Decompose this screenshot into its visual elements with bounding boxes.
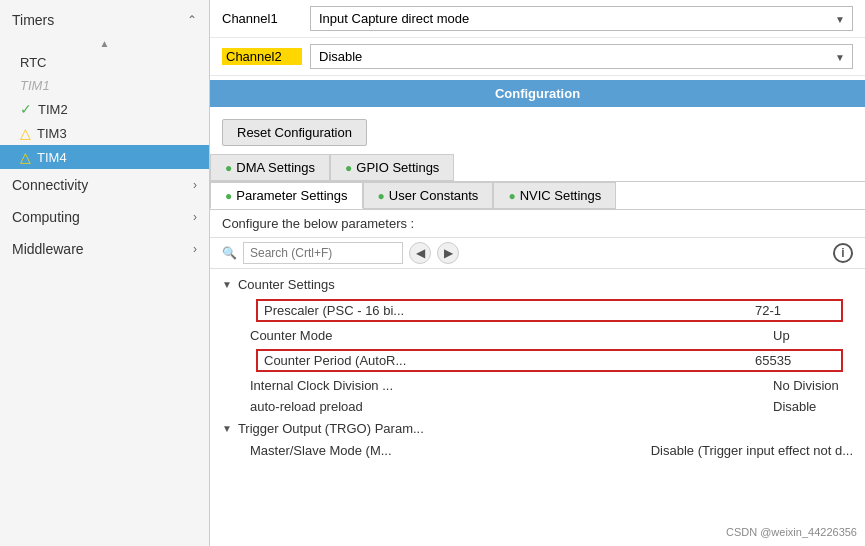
- configure-text: Configure the below parameters :: [210, 210, 865, 238]
- counter-mode-value: Up: [773, 328, 853, 343]
- channel2-label: Channel2: [222, 48, 302, 65]
- tim3-warn-icon: △: [20, 125, 31, 141]
- trigger-output-header[interactable]: ▼ Trigger Output (TRGO) Param...: [210, 417, 865, 440]
- sidebar-section-connectivity[interactable]: Connectivity ›: [0, 169, 209, 201]
- master-slave-value: Disable (Trigger input effect not d...: [651, 443, 853, 458]
- tim4-label: TIM4: [37, 150, 67, 165]
- sidebar-item-tim2[interactable]: ✓ TIM2: [0, 97, 209, 121]
- main-content: Channel1 Input Capture direct mode Chann…: [210, 0, 865, 546]
- search-input[interactable]: [243, 242, 403, 264]
- sidebar-section-middleware[interactable]: Middleware ›: [0, 233, 209, 265]
- counter-period-row: Counter Period (AutoR... 65535: [210, 346, 865, 375]
- tim3-label: TIM3: [37, 126, 67, 141]
- connectivity-chevron-icon: ›: [193, 178, 197, 192]
- info-icon[interactable]: i: [833, 243, 853, 263]
- sidebar-item-tim1[interactable]: TIM1: [0, 74, 209, 97]
- tab-params[interactable]: ● Parameter Settings: [210, 182, 363, 209]
- channel2-row: Channel2 Disable: [210, 38, 865, 76]
- counter-mode-name: Counter Mode: [250, 328, 773, 343]
- auto-reload-value: Disable: [773, 399, 853, 414]
- sidebar-item-rtc[interactable]: RTC: [0, 51, 209, 74]
- auto-reload-name: auto-reload preload: [250, 399, 773, 414]
- middleware-chevron-icon: ›: [193, 242, 197, 256]
- computing-label: Computing: [12, 209, 80, 225]
- dma-tab-icon: ●: [225, 161, 232, 175]
- channel1-select-wrapper: Input Capture direct mode: [310, 6, 853, 31]
- timers-chevron-icon: ⌃: [187, 13, 197, 27]
- sidebar-section-timers[interactable]: Timers ⌃: [0, 4, 209, 36]
- prescaler-highlighted: Prescaler (PSC - 16 bi... 72-1: [256, 299, 843, 322]
- master-slave-name: Master/Slave Mode (M...: [250, 443, 651, 458]
- nav-left-arrow[interactable]: ◀: [409, 242, 431, 264]
- gpio-tab-label: GPIO Settings: [356, 160, 439, 175]
- internal-clock-row: Internal Clock Division ... No Division: [210, 375, 865, 396]
- auto-reload-row: auto-reload preload Disable: [210, 396, 865, 417]
- counter-period-value: 65535: [755, 353, 835, 368]
- rtc-label: RTC: [20, 55, 46, 70]
- nvic-tab-label: NVIC Settings: [520, 188, 602, 203]
- tim4-warn-icon: △: [20, 149, 31, 165]
- reset-config-button[interactable]: Reset Configuration: [222, 119, 367, 146]
- watermark: CSDN @weixin_44226356: [726, 526, 857, 538]
- computing-chevron-icon: ›: [193, 210, 197, 224]
- tab-nvic[interactable]: ● NVIC Settings: [493, 182, 616, 209]
- timers-scroll-up[interactable]: ▲: [0, 36, 209, 51]
- channel1-select[interactable]: Input Capture direct mode: [310, 6, 853, 31]
- params-tab-label: Parameter Settings: [236, 188, 347, 203]
- connectivity-label: Connectivity: [12, 177, 88, 193]
- prescaler-name: Prescaler (PSC - 16 bi...: [264, 303, 755, 318]
- channel1-row: Channel1 Input Capture direct mode: [210, 0, 865, 38]
- tim2-check-icon: ✓: [20, 101, 32, 117]
- counter-period-name: Counter Period (AutoR...: [264, 353, 755, 368]
- search-icon: 🔍: [222, 246, 237, 260]
- config-header: Configuration: [210, 80, 865, 107]
- sidebar-item-tim4[interactable]: △ TIM4: [0, 145, 209, 169]
- counter-period-highlighted: Counter Period (AutoR... 65535: [256, 349, 843, 372]
- reset-btn-row: Reset Configuration: [210, 111, 865, 154]
- nav-right-arrow[interactable]: ▶: [437, 242, 459, 264]
- tab-gpio[interactable]: ● GPIO Settings: [330, 154, 454, 181]
- param-tree: ▼ Counter Settings Prescaler (PSC - 16 b…: [210, 269, 865, 465]
- sidebar-item-tim3[interactable]: △ TIM3: [0, 121, 209, 145]
- search-row: 🔍 ◀ ▶ i: [210, 238, 865, 269]
- trigger-output-label: Trigger Output (TRGO) Param...: [238, 421, 424, 436]
- tim2-label: TIM2: [38, 102, 68, 117]
- internal-clock-value: No Division: [773, 378, 853, 393]
- tab-dma[interactable]: ● DMA Settings: [210, 154, 330, 181]
- prescaler-value: 72-1: [755, 303, 835, 318]
- prescaler-row: Prescaler (PSC - 16 bi... 72-1: [210, 296, 865, 325]
- tabs-row1: ● DMA Settings ● GPIO Settings: [210, 154, 865, 182]
- sidebar-section-computing[interactable]: Computing ›: [0, 201, 209, 233]
- internal-clock-name: Internal Clock Division ...: [250, 378, 773, 393]
- middleware-label: Middleware: [12, 241, 84, 257]
- trigger-output-collapse-icon: ▼: [222, 423, 232, 434]
- tim1-label: TIM1: [20, 78, 50, 93]
- sidebar: Timers ⌃ ▲ RTC TIM1 ✓ TIM2 △ TIM3 △ TIM4…: [0, 0, 210, 546]
- params-tab-icon: ●: [225, 189, 232, 203]
- master-slave-row: Master/Slave Mode (M... Disable (Trigger…: [210, 440, 865, 461]
- sidebar-section-timers-label: Timers: [12, 12, 54, 28]
- counter-settings-collapse-icon: ▼: [222, 279, 232, 290]
- tab-user-constants[interactable]: ● User Constants: [363, 182, 494, 209]
- user-constants-tab-label: User Constants: [389, 188, 479, 203]
- counter-settings-label: Counter Settings: [238, 277, 335, 292]
- user-constants-tab-icon: ●: [378, 189, 385, 203]
- tabs-row2: ● Parameter Settings ● User Constants ● …: [210, 182, 865, 210]
- counter-mode-row: Counter Mode Up: [210, 325, 865, 346]
- dma-tab-label: DMA Settings: [236, 160, 315, 175]
- counter-settings-header[interactable]: ▼ Counter Settings: [210, 273, 865, 296]
- gpio-tab-icon: ●: [345, 161, 352, 175]
- channel2-select-wrapper: Disable: [310, 44, 853, 69]
- channel1-label: Channel1: [222, 11, 302, 26]
- nvic-tab-icon: ●: [508, 189, 515, 203]
- channel2-select[interactable]: Disable: [310, 44, 853, 69]
